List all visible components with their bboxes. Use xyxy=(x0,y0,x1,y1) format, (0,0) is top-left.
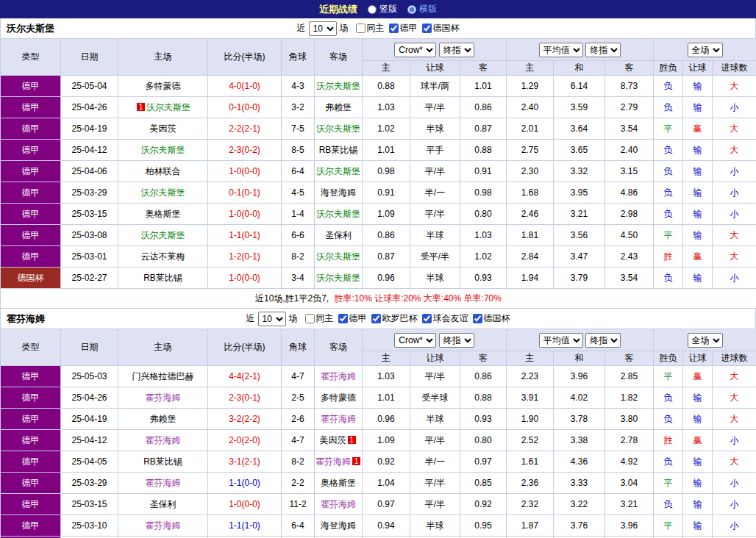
team-link[interactable]: 沃尔夫斯堡 xyxy=(316,251,360,262)
team-link[interactable]: 沃尔夫斯堡 xyxy=(316,123,360,134)
team-link[interactable]: 霍芬海姆 xyxy=(321,414,356,424)
team-link[interactable]: 沃尔夫斯堡 xyxy=(316,273,360,283)
team-link[interactable]: 门兴格拉德巴赫 xyxy=(132,371,194,381)
score-cell: 2-2(2-1) xyxy=(208,118,282,140)
team-link[interactable]: 霍芬海姆 xyxy=(321,371,356,381)
filter-option[interactable]: 德国杯 xyxy=(473,312,510,325)
vertical-layout-option[interactable]: 竖版 xyxy=(368,3,397,15)
team-link[interactable]: 弗赖堡 xyxy=(325,102,352,112)
goals-result-cell: 小 xyxy=(713,515,756,537)
filter-checkbox[interactable] xyxy=(305,314,315,323)
filter-option[interactable]: 同主 xyxy=(356,22,385,35)
filter-option[interactable]: 欧罗巴杯 xyxy=(371,312,418,325)
team-link[interactable]: 霍芬海姆 xyxy=(315,456,351,467)
filter-checkbox[interactable] xyxy=(338,314,348,323)
team-link[interactable]: 沃尔夫斯堡 xyxy=(141,230,185,240)
away-team-cell: 沃尔夫斯堡 xyxy=(315,268,363,289)
euro-draw-odds-cell: 3.47 xyxy=(554,246,605,268)
recent-count-select[interactable]: 10 xyxy=(258,312,286,326)
goals-result-cell: 大 xyxy=(713,409,756,430)
team-link[interactable]: 沃尔夫斯堡 xyxy=(141,145,185,155)
team-link[interactable]: RB莱比锡 xyxy=(319,145,358,155)
filter-option[interactable]: 德国杯 xyxy=(422,22,460,35)
filter-option[interactable]: 德甲 xyxy=(389,22,418,35)
filter-option[interactable]: 德甲 xyxy=(338,312,367,325)
team-link[interactable]: 美因茨 xyxy=(320,435,346,445)
filter-option[interactable]: 球会友谊 xyxy=(422,312,468,325)
team-link[interactable]: 霍芬海姆 xyxy=(321,499,356,509)
team-link[interactable]: 圣保利 xyxy=(150,499,176,509)
euro-draw-odds-cell: 4.36 xyxy=(554,451,605,473)
corner-cell: 7-5 xyxy=(282,118,315,140)
match-row: 德甲25-04-05RB莱比锡3-1(2-1)8-2霍芬海姆10.92半/一0.… xyxy=(1,451,756,473)
team-link[interactable]: RB莱比锡 xyxy=(143,456,182,467)
corner-cell: 4-7 xyxy=(282,366,315,387)
scope-group-header: 全场 xyxy=(654,39,756,61)
match-row: 德甲25-03-10霍芬海姆1-1(1-0)6-4海登海姆0.94半球0.951… xyxy=(1,515,756,537)
home-team-cell: RB莱比锡 xyxy=(118,268,208,289)
away-team-cell: 沃尔夫斯堡 xyxy=(315,161,363,182)
filter-checkbox[interactable] xyxy=(473,314,482,323)
team-link[interactable]: 霍芬海姆 xyxy=(146,520,181,531)
filter-checkbox[interactable] xyxy=(422,314,432,323)
vertical-radio[interactable] xyxy=(368,5,377,14)
corner-cell: 4-3 xyxy=(282,76,315,97)
odds-source-select[interactable]: Crow* xyxy=(394,43,436,57)
euro-source-select[interactable]: 平均值 xyxy=(539,43,583,57)
scope-select[interactable]: 全场 xyxy=(688,333,723,348)
euro-away-odds-cell: 4.92 xyxy=(605,451,654,473)
team-link[interactable]: 海登海姆 xyxy=(321,187,356,198)
filter-checkbox[interactable] xyxy=(371,314,381,323)
filter-checkbox[interactable] xyxy=(356,24,365,33)
team-link[interactable]: 柏林联合 xyxy=(146,166,181,176)
team-link[interactable]: 美因茨 xyxy=(150,123,176,134)
team-link[interactable]: 沃尔夫斯堡 xyxy=(316,209,360,219)
vertical-label: 竖版 xyxy=(379,3,397,15)
goals-result-cell: 大 xyxy=(713,76,756,97)
away-team-cell: 霍芬海姆 xyxy=(315,366,363,387)
team-link[interactable]: 霍芬海姆 xyxy=(146,478,181,488)
home-team-cell: 弗赖堡 xyxy=(118,409,208,430)
filter-checkbox[interactable] xyxy=(389,24,399,33)
euro-away-odds-cell: 3.80 xyxy=(605,409,654,430)
scope-select[interactable]: 全场 xyxy=(688,43,723,57)
team-link[interactable]: 奥格斯堡 xyxy=(321,478,356,488)
team-link[interactable]: 多特蒙德 xyxy=(146,81,181,91)
away-team-cell: RB莱比锡 xyxy=(315,140,363,161)
euro-draw-odds-cell: 3.76 xyxy=(554,515,605,537)
team-link[interactable]: 多特蒙德 xyxy=(321,392,356,403)
team-link[interactable]: 沃尔夫斯堡 xyxy=(316,166,360,176)
team-link[interactable]: 弗赖堡 xyxy=(150,414,176,424)
asia-handicap-header: 让球 xyxy=(410,351,460,366)
euro-away-odds-cell: 3.21 xyxy=(605,494,654,515)
odds-source-select[interactable]: Crow* xyxy=(394,333,436,348)
home-team-cell: 门兴格拉德巴赫 xyxy=(118,366,208,387)
team-link[interactable]: 霍芬海姆 xyxy=(146,435,181,445)
asia-home-odds-cell: 0.88 xyxy=(363,76,410,97)
asia-home-header: 主 xyxy=(363,61,410,76)
team-link[interactable]: 霍芬海姆 xyxy=(146,392,181,403)
euro-source-select[interactable]: 平均值 xyxy=(539,333,583,348)
team-link[interactable]: 沃尔夫斯堡 xyxy=(316,81,360,91)
filter-checkbox[interactable] xyxy=(422,24,432,33)
horizontal-radio[interactable] xyxy=(407,5,416,14)
euro-stage-select[interactable]: 终指 xyxy=(585,43,621,57)
team-link[interactable]: 沃尔夫斯堡 xyxy=(141,187,185,198)
team-link[interactable]: 沃尔夫斯堡 xyxy=(146,102,190,112)
odds-stage-select[interactable]: 终指 xyxy=(439,333,474,348)
team-link[interactable]: 云达不莱梅 xyxy=(141,251,185,262)
result-cell: 平 xyxy=(654,118,683,140)
horizontal-layout-option[interactable]: 横版 xyxy=(407,3,437,15)
asia-away-odds-cell: 0.86 xyxy=(460,97,507,118)
odds-stage-select[interactable]: 终指 xyxy=(439,43,474,57)
filter-option[interactable]: 同主 xyxy=(305,312,334,325)
team-link[interactable]: 奥格斯堡 xyxy=(146,209,181,219)
handicap-result-cell: 输 xyxy=(683,225,713,246)
euro-stage-select[interactable]: 终指 xyxy=(585,333,621,348)
team-link[interactable]: RB莱比锡 xyxy=(143,273,182,283)
team-link[interactable]: 圣保利 xyxy=(325,230,352,240)
handicap-result-cell: 输 xyxy=(683,97,713,118)
team-link[interactable]: 海登海姆 xyxy=(321,520,356,531)
corner-cell: 1-4 xyxy=(282,204,315,225)
recent-count-select[interactable]: 10 xyxy=(309,21,337,36)
